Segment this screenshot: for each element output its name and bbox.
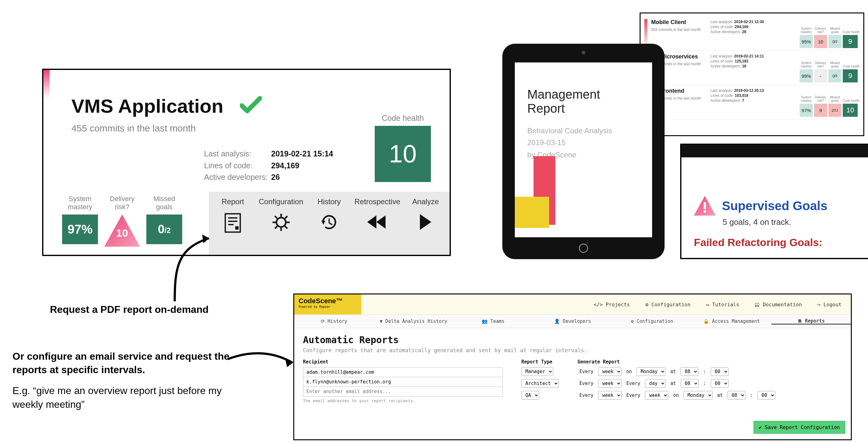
- period-select[interactable]: week: [598, 379, 621, 388]
- svg-rect-5: [235, 226, 239, 230]
- subnav-developers[interactable]: 👤 Developers: [533, 319, 613, 324]
- nav-configuration[interactable]: ⚙ Configuration: [646, 302, 691, 307]
- play-icon: [419, 213, 432, 235]
- project-row-cut: Em: [641, 120, 863, 132]
- reports-body: Automatic Reports Configure reports that…: [294, 328, 851, 409]
- hour-select[interactable]: 08: [681, 379, 699, 388]
- report-title: Management Report: [527, 87, 640, 116]
- schedule-row: Every week Every week on Monday at 08 : …: [578, 391, 775, 399]
- svg-line-17: [329, 223, 332, 225]
- project-row: Mobile Client 503 commits in the last mo…: [641, 17, 863, 51]
- goals-subtitle: 5 goals, 4 on track.: [723, 217, 868, 227]
- svg-marker-21: [202, 235, 209, 243]
- report-collage: Mobile Client 503 commits in the last mo…: [484, 3, 864, 262]
- schedule-column: Generate Report Every week on Monday at …: [578, 359, 775, 403]
- svg-rect-25: [704, 210, 706, 213]
- subnav-teams[interactable]: 👥 Teams: [453, 319, 533, 324]
- report-type-column: Report Type Manager Architect QA: [521, 359, 559, 403]
- project-row: Rx Frontend 184 commits in the last mont…: [641, 85, 863, 120]
- code-health-block: Code health 10: [375, 114, 431, 182]
- minute-select[interactable]: 00: [757, 391, 775, 399]
- sub-nav: ⟳ History ▼ Delta Analysis History 👥 Tea…: [294, 315, 851, 328]
- schedule-row: Every week on Monday at 08 : 00: [578, 367, 775, 376]
- action-retrospective[interactable]: Retrospective: [353, 192, 401, 255]
- recipient-hint: The email addresses to your report recip…: [303, 398, 503, 403]
- svg-point-6: [276, 218, 286, 227]
- code-health-score: 10: [375, 126, 431, 182]
- action-analyze[interactable]: Analyze: [402, 192, 450, 255]
- nav-documentation[interactable]: 🕮 Documentation: [755, 302, 802, 307]
- stat-delivery-risk: Delivery risk? 10: [104, 195, 140, 244]
- gear-icon: [272, 213, 290, 236]
- arrow-to-email: [225, 347, 300, 376]
- nav-projects[interactable]: </> Projects: [594, 302, 630, 307]
- period2-select[interactable]: week: [645, 391, 668, 399]
- card-accent: [43, 70, 50, 98]
- nav-logout[interactable]: ↪ Logout: [817, 302, 841, 307]
- minute-select[interactable]: 00: [711, 379, 728, 388]
- generate-label: Generate Report: [578, 359, 775, 365]
- svg-line-13: [285, 216, 287, 218]
- report-type-select-2[interactable]: Architect: [521, 379, 559, 388]
- check-icon: [240, 95, 262, 120]
- brand-logo[interactable]: CodeScene™ Powered by Empear: [294, 294, 361, 315]
- subnav-delta[interactable]: ▼ Delta Analysis History: [374, 319, 453, 324]
- titlebar: [681, 145, 868, 157]
- subnav-history[interactable]: ⟳ History: [294, 319, 374, 324]
- codescene-reports-panel: CodeScene™ Powered by Empear </> Project…: [293, 294, 852, 440]
- action-bar: Report Configuration History Retrospecti…: [209, 192, 450, 255]
- subnav-access[interactable]: 🔒 Access Management: [692, 319, 771, 324]
- note-pdf: Request a PDF report on-demand: [50, 303, 237, 316]
- stat-system-mastery: System mastery 97%: [62, 195, 98, 244]
- day-select[interactable]: day: [645, 379, 665, 388]
- nav-tutorials[interactable]: ▭ Tutorials: [706, 302, 739, 307]
- svg-marker-18: [377, 215, 385, 229]
- page-heading: Automatic Reports: [303, 334, 842, 345]
- failed-goals-heading: Failed Refactoring Goals:: [694, 236, 868, 248]
- ipad-mockup: Management Report Behavioral Code Analys…: [502, 44, 664, 259]
- history-icon: [320, 213, 339, 236]
- period-select[interactable]: week: [598, 391, 621, 399]
- day-select[interactable]: Monday: [684, 391, 713, 399]
- top-bar: CodeScene™ Powered by Empear </> Project…: [294, 294, 851, 315]
- svg-marker-20: [420, 214, 431, 230]
- top-nav: </> Projects ⚙ Configuration ▭ Tutorials…: [594, 302, 851, 307]
- subnav-reports[interactable]: 🗎 Reports: [771, 318, 851, 324]
- yellow-square: [515, 197, 549, 228]
- stats-row: System mastery 97% Delivery risk? 10 Mis…: [62, 195, 182, 244]
- svg-marker-15: [321, 221, 326, 225]
- svg-line-14: [275, 226, 277, 229]
- action-history[interactable]: History: [305, 192, 353, 255]
- day-select[interactable]: Monday: [637, 367, 665, 376]
- recipient-label: Recipient: [303, 359, 503, 365]
- supervised-goals-panel: Supervised Goals 5 goals, 4 on track. Fa…: [680, 144, 868, 259]
- home-button-icon: [579, 243, 588, 253]
- period-select[interactable]: week: [598, 367, 621, 376]
- goals-title: Supervised Goals: [722, 199, 828, 213]
- save-button[interactable]: ✔ Save Report Configuration: [753, 421, 845, 434]
- warning-triangle-icon: [694, 195, 716, 217]
- recipient-input-new[interactable]: [303, 387, 503, 396]
- action-configuration[interactable]: Configuration: [257, 192, 305, 255]
- recipient-input-2[interactable]: [303, 377, 503, 387]
- report-cover: Management Report Behavioral Code Analys…: [515, 62, 652, 237]
- report-type-select-1[interactable]: Manager: [521, 367, 553, 376]
- note-email: Or configure an email service and reques…: [12, 350, 231, 411]
- commits-summary: 455 commits in the last month: [71, 123, 196, 134]
- code-health-label: Code health: [375, 114, 431, 123]
- arrow-to-report: [165, 230, 228, 312]
- recipient-input-1[interactable]: [303, 367, 503, 377]
- triangle-icon: 10: [104, 214, 140, 244]
- page-description: Configure reports that are automatically…: [303, 347, 842, 353]
- subnav-configuration[interactable]: ⚙ Configuration: [612, 319, 692, 324]
- minute-select[interactable]: 00: [711, 367, 728, 376]
- svg-line-12: [285, 226, 287, 229]
- svg-rect-24: [704, 202, 706, 209]
- hour-select[interactable]: 08: [727, 391, 745, 399]
- project-row: My Microservices 199 commits in the last…: [641, 51, 863, 85]
- report-type-select-3[interactable]: QA: [521, 391, 539, 399]
- schedule-row: Every week Every day at 08 : 00: [578, 379, 775, 388]
- camera-icon: [582, 51, 585, 54]
- hour-select[interactable]: 08: [681, 367, 698, 376]
- report-type-label: Report Type: [521, 359, 559, 365]
